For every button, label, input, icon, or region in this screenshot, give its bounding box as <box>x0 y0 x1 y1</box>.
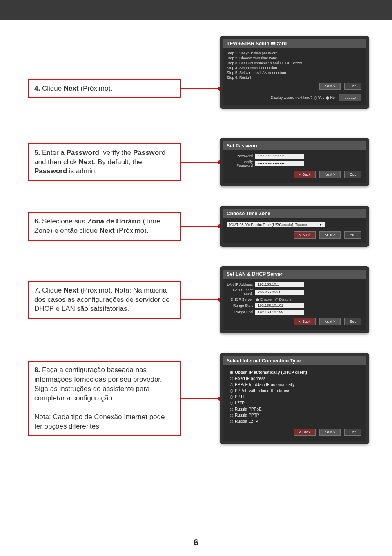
conn-opt-5: L2TP <box>235 401 245 405</box>
conn-exit-button[interactable]: Exit <box>344 429 361 436</box>
conn-opt-6: Russia PPPoE <box>235 407 262 411</box>
connector-step4 <box>181 88 220 89</box>
conn-opt-4: PPTP <box>235 395 245 399</box>
tz-next-button[interactable]: Next > <box>319 231 341 239</box>
callout-step7: 7. Clique Next (Próximo). Nota: Na maior… <box>28 281 181 319</box>
step5-number: 5. <box>34 149 40 156</box>
conn-opt-radio-0[interactable] <box>230 371 233 374</box>
connector-step8 <box>181 398 220 399</box>
row-step8: 8. Faça a configuração baseada nas infor… <box>28 353 369 444</box>
step7-number: 7. <box>34 286 40 294</box>
tz-exit-button[interactable]: Exit <box>344 231 361 239</box>
conn-title: Select Internet Connection Type <box>223 356 366 365</box>
dhcp-label: DHCP Server <box>227 298 255 301</box>
wizard-step: Step 3. Set LAN connection and DHCP Serv… <box>227 60 363 65</box>
lan-back-button[interactable]: < Back <box>294 318 316 325</box>
wizard-step: Step 1. Set your new password <box>227 51 363 56</box>
range-start-input[interactable]: 192.168.10.101 <box>255 303 304 308</box>
conn-opt-radio-3[interactable] <box>230 389 233 393</box>
wizard-step: Step 4. Set Internet connection <box>227 65 363 70</box>
wizard-update-button[interactable]: update <box>339 94 361 101</box>
conn-opt-radio-5[interactable] <box>230 402 233 405</box>
connector-step6 <box>181 226 220 227</box>
step5-t0: Enter a <box>42 149 67 156</box>
password-exit-button[interactable]: Exit <box>344 171 361 178</box>
connector-step5 <box>181 162 220 163</box>
step8-number: 8. <box>34 366 40 374</box>
password-title: Set Password <box>223 141 366 150</box>
conn-next-button[interactable]: Next > <box>319 429 341 436</box>
wizard-yes-radio[interactable] <box>314 96 317 100</box>
conn-opt-radio-4[interactable] <box>230 395 233 399</box>
conn-opt-3: PPPoE with a fixed IP address <box>235 389 290 393</box>
lan-ip-input[interactable]: 192.168.10.1 <box>255 282 304 287</box>
conn-opt-radio-1[interactable] <box>230 377 233 380</box>
conn-opt-radio-6[interactable] <box>230 408 233 411</box>
step6-b1: Zona de Horário <box>87 217 140 225</box>
wizard-yes-label: Yes <box>318 96 324 100</box>
row-step5: 5. Enter a Password, verify the Password… <box>28 138 369 186</box>
wizard-no-label: No <box>330 96 335 100</box>
lan-ip-label: LAN IP Address <box>227 283 255 286</box>
step4-text-after: (Próximo). <box>79 85 113 92</box>
step7-b1: Next <box>64 286 79 294</box>
dhcp-enable-radio[interactable] <box>256 298 259 301</box>
step6-number: 6. <box>34 217 40 225</box>
conn-opt-radio-8[interactable] <box>230 420 233 423</box>
row-step4: 4. Clique Next (Próximo). TEW-651BR Setu… <box>28 36 369 109</box>
lan-title: Set LAN & DHCP Server <box>223 270 366 279</box>
lan-next-button[interactable]: Next > <box>319 318 341 325</box>
row-step7: 7. Clique Next (Próximo). Nota: Na maior… <box>28 266 369 333</box>
callout-step4: 4. Clique Next (Próximo). <box>28 79 181 98</box>
dhcp-disable-radio[interactable] <box>275 298 278 301</box>
wizard-step: Step 6. Restart <box>227 75 363 80</box>
page-content: 4. Clique Next (Próximo). TEW-651BR Setu… <box>0 20 392 556</box>
callout-step6: 6. Selecione sua Zona de Horário (Time Z… <box>28 212 181 241</box>
step8-text: Faça a configuração baseada nas informaç… <box>34 366 162 402</box>
step5-b4: Password <box>34 167 67 175</box>
screenshot-timezone: Choose Time Zone (GMT-08:00) Pacific Tim… <box>220 206 369 247</box>
connector-step7 <box>181 299 220 300</box>
password-next-button[interactable]: Next > <box>319 171 341 178</box>
conn-option-list: Obtain IP automatically (DHCP client) Fi… <box>227 368 363 426</box>
conn-opt-7: Russia PPTP <box>235 413 259 418</box>
password-back-button[interactable]: < Back <box>294 171 316 178</box>
wizard-exit-button[interactable]: Exit <box>344 83 361 90</box>
lan-mask-input[interactable]: 255.255.255.0 <box>255 290 304 295</box>
tz-value: (GMT-08:00) Pacific Time (US/Canada), Ti… <box>229 223 307 227</box>
page-number: 6 <box>194 537 198 548</box>
callout-step8: 8. Faça a configuração baseada nas infor… <box>28 361 181 436</box>
wizard-step: Step 2. Choose your time zone <box>227 56 363 60</box>
conn-opt-0: Obtain IP automatically (DHCP client) <box>235 370 307 375</box>
range-end-label: Range End <box>227 310 255 314</box>
conn-opt-2: PPPoE to obtain IP automatically <box>235 382 295 387</box>
range-start-label: Range Start <box>227 304 255 308</box>
step5-b1: Password <box>66 149 99 156</box>
wizard-display-q: Display wizard next time? <box>271 96 312 100</box>
password-input[interactable]: •••••••••••••••• <box>255 154 304 159</box>
screenshot-password: Set Password Password •••••••••••••••• V… <box>220 138 369 186</box>
step8-note: Nota: Cada tipo de Conexão Internet pode… <box>34 413 165 430</box>
verify-password-label: Verify Password <box>227 160 255 167</box>
wizard-no-radio[interactable] <box>326 96 329 100</box>
wizard-next-button[interactable]: Next > <box>319 83 341 90</box>
conn-opt-radio-7[interactable] <box>230 414 233 417</box>
range-end-input[interactable]: 192.168.10.199 <box>255 310 304 315</box>
top-bar <box>0 0 392 20</box>
tz-dropdown[interactable]: (GMT-08:00) Pacific Time (US/Canada), Ti… <box>227 222 325 227</box>
step5-b2: Password <box>133 149 166 156</box>
conn-opt-radio-2[interactable] <box>230 383 233 386</box>
verify-password-input[interactable]: •••••••••••••••• <box>255 161 304 166</box>
conn-opt-8: Russia L2TP <box>235 419 258 424</box>
step5-m1: , verify the <box>99 149 133 156</box>
row-step6: 6. Selecione sua Zona de Horário (Time Z… <box>28 206 369 247</box>
tz-back-button[interactable]: < Back <box>294 231 316 239</box>
step6-t3: (Próximo). <box>115 227 149 234</box>
chevron-down-icon: ▼ <box>319 223 322 227</box>
step4-text-before: Clique <box>42 85 64 92</box>
wizard-step: Step 5. Set wireless LAN connection <box>227 70 363 75</box>
step5-end: is admin. <box>67 167 97 175</box>
conn-back-button[interactable]: < Back <box>294 429 316 436</box>
tz-title: Choose Time Zone <box>223 209 366 218</box>
lan-exit-button[interactable]: Exit <box>344 318 361 325</box>
